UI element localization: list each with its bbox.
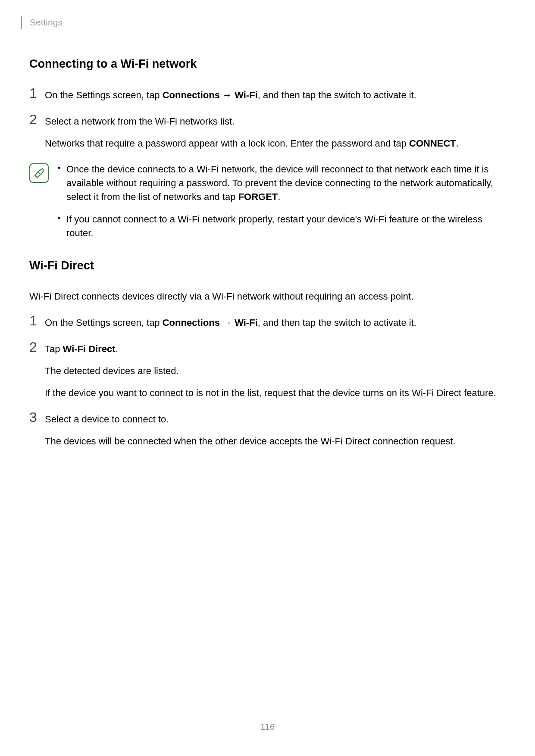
text: Select a network from the Wi-Fi networks… [45, 114, 505, 128]
note-list: Once the device connects to a Wi-Fi netw… [55, 162, 505, 240]
step-3: 3 Select a device to connect to. The dev… [29, 412, 505, 448]
note-block: Once the device connects to a Wi-Fi netw… [29, 162, 505, 240]
step-2: 2 Select a network from the Wi-Fi networ… [29, 114, 505, 150]
step-2: 2 Tap Wi-Fi Direct. The detected devices… [29, 342, 505, 400]
text: , and then tap the switch to activate it… [258, 90, 416, 100]
page-number: 116 [0, 722, 535, 732]
bold-wifi: Wi-Fi [235, 317, 258, 328]
bold-wifi-direct: Wi-Fi Direct [63, 344, 116, 354]
text: If you cannot connect to a Wi-Fi network… [66, 214, 482, 238]
text: The detected devices are listed. [45, 364, 505, 378]
text: On the Settings screen, tap [45, 317, 163, 328]
step-body: On the Settings screen, tap Connections … [45, 88, 505, 102]
step-number: 2 [29, 340, 45, 354]
step-number: 2 [29, 112, 45, 126]
text: Networks that require a password appear … [45, 138, 409, 149]
section-title-wifi-direct: Wi-Fi Direct [29, 259, 505, 272]
section-intro: Wi-Fi Direct connects devices directly v… [29, 290, 505, 303]
note-icon [29, 163, 49, 183]
svg-line-0 [38, 172, 41, 175]
bold-connections: Connections [163, 317, 220, 328]
note-bullet: Once the device connects to a Wi-Fi netw… [55, 162, 505, 204]
header-accent-bar [21, 16, 22, 29]
bold-connections: Connections [163, 90, 220, 100]
section-title-connecting: Connecting to a Wi-Fi network [29, 57, 505, 71]
text: The devices will be connected when the o… [45, 434, 505, 448]
text: Tap [45, 344, 63, 354]
text: , and then tap the switch to activate it… [258, 317, 416, 328]
step-number: 3 [29, 410, 45, 424]
text: If the device you want to connect to is … [45, 386, 505, 400]
bold-forget: FORGET [238, 191, 278, 202]
arrow: → [220, 90, 235, 100]
note-icon-wrap [29, 162, 55, 183]
step-number: 1 [29, 314, 45, 328]
text: Select a device to connect to. [45, 412, 505, 426]
step-body: Tap Wi-Fi Direct. The detected devices a… [45, 342, 505, 400]
arrow: → [220, 317, 235, 328]
step-1: 1 On the Settings screen, tap Connection… [29, 316, 505, 330]
page-header: Settings [21, 16, 505, 29]
step-body: On the Settings screen, tap Connections … [45, 316, 505, 330]
text: On the Settings screen, tap [45, 90, 163, 100]
text: . [278, 191, 280, 202]
text: . [116, 344, 118, 354]
step-body: Select a network from the Wi-Fi networks… [45, 114, 505, 150]
note-bullet: If you cannot connect to a Wi-Fi network… [55, 212, 505, 240]
text: . [456, 138, 459, 149]
step-body: Select a device to connect to. The devic… [45, 412, 505, 448]
bold-connect: CONNECT [409, 138, 456, 149]
bold-wifi: Wi-Fi [235, 90, 258, 100]
header-title: Settings [30, 16, 63, 28]
step-1: 1 On the Settings screen, tap Connection… [29, 88, 505, 102]
step-number: 1 [29, 86, 45, 100]
